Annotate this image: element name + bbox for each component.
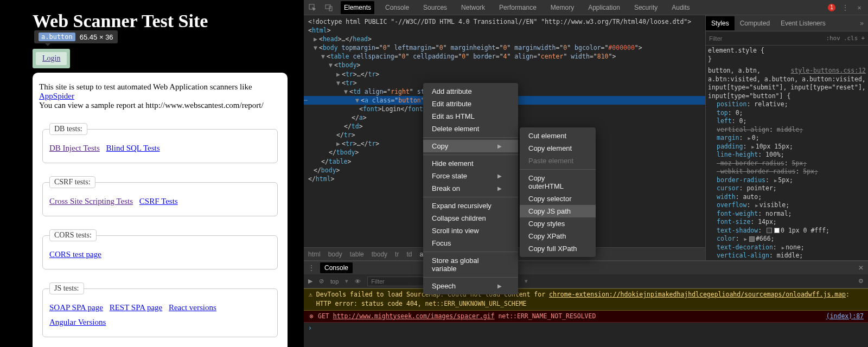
db-legend: DB tests: (49, 123, 87, 135)
console-settings-icon[interactable]: ⚙ (858, 278, 864, 285)
css-property[interactable]: cursor: pointer; (708, 184, 866, 193)
menu-item[interactable]: Copy element (520, 142, 596, 155)
context-submenu[interactable]: Cut elementCopy elementPaste elementCopy… (520, 127, 596, 257)
inline-rule: element.style { (708, 47, 764, 54)
xss-link[interactable]: Cross Site Scripting Tests (49, 197, 133, 205)
menu-item[interactable]: Copy full XPath (520, 242, 596, 255)
menu-item[interactable]: Copy outerHTML (520, 172, 596, 192)
csrf-link[interactable]: CSRF Tests (139, 197, 178, 205)
styles-tab-styles[interactable]: Styles (706, 16, 735, 30)
css-property[interactable]: overflow: ▶visible; (708, 201, 866, 210)
rule-source-link[interactable]: style-buttons.css:12 (791, 67, 866, 75)
css-property[interactable]: line-height: 100%; (708, 151, 866, 159)
css-property[interactable]: width: auto; (708, 193, 866, 202)
kebab-icon[interactable]: ⋮ (841, 3, 850, 12)
css-property[interactable]: padding: ▶10px 15px; (708, 143, 866, 151)
db-inject-link[interactable]: DB Inject Tests (49, 144, 100, 152)
tab-elements[interactable]: Elements (341, 1, 374, 14)
console-close-icon[interactable]: ✕ (858, 264, 864, 272)
error-source-link[interactable]: (index):87 (826, 312, 864, 321)
menu-item[interactable]: Scroll into view (423, 224, 518, 237)
menu-item[interactable]: Edit as HTML (423, 110, 518, 123)
devtools: Elements Console Sources Network Perform… (304, 0, 868, 347)
menu-item[interactable]: Edit attribute (423, 98, 518, 110)
react-link[interactable]: React versions (169, 303, 216, 312)
menu-item[interactable]: Store as global variable (423, 254, 518, 275)
blind-sql-link[interactable]: Blind SQL Tests (106, 144, 160, 152)
cors-tests-section: CORS tests: CORS test page (42, 229, 278, 269)
menu-item[interactable]: Add attribute (423, 85, 518, 98)
menu-item[interactable]: Focus (423, 237, 518, 249)
console-play-icon[interactable]: ▶ (308, 278, 312, 285)
tab-security[interactable]: Security (631, 1, 661, 14)
styles-tab-computed[interactable]: Computed (735, 16, 775, 30)
css-property[interactable]: text-shadow: 0 1px 0 #fff; (708, 227, 866, 235)
console-clear-icon[interactable]: ⊘ (319, 278, 324, 285)
css-property[interactable]: -moz-border-radius: 5px; (708, 159, 866, 168)
styles-tab-listeners[interactable]: Event Listeners (775, 16, 831, 30)
error-badge[interactable]: 1 (828, 4, 835, 11)
css-property[interactable]: left: 0; (708, 117, 866, 126)
new-rule-icon[interactable]: + (861, 35, 865, 42)
css-property[interactable]: vertical-align: middle; (708, 252, 866, 260)
menu-item[interactable]: Speech▶ (423, 280, 518, 292)
menu-item[interactable]: Break on▶ (423, 182, 518, 195)
intro-text: This site is setup to test automated Web… (39, 82, 252, 91)
angular-link[interactable]: Angular Versions (49, 318, 106, 326)
tab-application[interactable]: Application (585, 1, 623, 14)
menu-item[interactable]: Copy selector (520, 192, 596, 205)
styles-body[interactable]: element.style { } style-buttons.css:12bu… (706, 46, 868, 260)
styles-filter-input[interactable] (706, 35, 822, 42)
menu-item[interactable]: Copy XPath (520, 230, 596, 242)
css-property[interactable]: font-size: 14px; (708, 218, 866, 227)
tab-network[interactable]: Network (458, 1, 488, 14)
doctype: <!doctype html PUBLIC "-//W3C//DTD HTML … (308, 18, 691, 25)
css-property[interactable]: top: 0; (708, 109, 866, 118)
inspect-icon[interactable] (308, 3, 317, 12)
appspider-link[interactable]: AppSpider (39, 92, 74, 100)
failed-url-link[interactable]: http://www.mightyseek.com/images/spacer.… (333, 312, 495, 320)
menu-item[interactable]: Paste element (520, 155, 596, 167)
console-menu-icon[interactable]: ⋮ (308, 264, 315, 272)
css-property[interactable]: border-radius: ▶5px; (708, 176, 866, 185)
css-property[interactable]: position: relative; (708, 100, 866, 109)
menu-item[interactable]: Copy styles (520, 217, 596, 230)
console-eye-icon[interactable]: 👁 (355, 278, 361, 285)
css-property[interactable]: vertical-align: middle; (708, 126, 866, 134)
tab-performance[interactable]: Performance (496, 1, 540, 14)
console-tab[interactable]: Console (320, 262, 353, 273)
tab-memory[interactable]: Memory (547, 1, 577, 14)
menu-item[interactable]: Collapse children (423, 212, 518, 224)
console-output[interactable]: ⚠ DevTools failed to load SourceMap: Cou… (304, 288, 868, 347)
rendered-page: Web Scanner Test Site a.button 65.45 × 3… (0, 0, 304, 347)
menu-item[interactable]: Copy JS path (520, 205, 596, 217)
device-icon[interactable] (324, 3, 333, 12)
cors-page-link[interactable]: CORS test page (49, 250, 101, 259)
css-property[interactable]: margin: ▶0; (708, 134, 866, 143)
soap-link[interactable]: SOAP SPA page (49, 303, 103, 312)
hov-toggle[interactable]: :hov (826, 35, 840, 42)
close-icon[interactable]: ✕ (855, 3, 864, 12)
menu-item[interactable]: Hide element (423, 157, 518, 170)
console-context[interactable]: top (330, 278, 339, 285)
css-property[interactable]: -webkit-border-radius: 5px; (708, 168, 866, 176)
context-menu[interactable]: Add attributeEdit attributeEdit as HTMLD… (423, 83, 518, 294)
menu-item[interactable]: Expand recursively (423, 200, 518, 212)
sourcemap-link[interactable]: chrome-extension://hdokiejnpimakedhajhdl… (549, 291, 846, 298)
console-prompt[interactable]: › (304, 323, 868, 334)
tab-sources[interactable]: Sources (420, 1, 450, 14)
css-property[interactable]: font-weight: normal; (708, 210, 866, 219)
tab-audits[interactable]: Audits (668, 1, 693, 14)
menu-item[interactable]: Delete element (423, 123, 518, 135)
menu-item[interactable]: Force state▶ (423, 170, 518, 182)
rest-link[interactable]: REST SPA page (110, 303, 163, 312)
css-property[interactable]: color: ▶#666; (708, 235, 866, 243)
menu-item[interactable]: Copy▶ (423, 140, 518, 152)
tab-console[interactable]: Console (382, 1, 412, 14)
menu-item[interactable]: Cut element (520, 130, 596, 142)
devtools-toolbar: Elements Console Sources Network Perform… (304, 0, 868, 15)
styles-more-icon[interactable]: » (856, 20, 868, 27)
css-property[interactable]: text-decoration: ▶none; (708, 243, 866, 252)
login-button[interactable]: Login (36, 52, 67, 65)
cls-toggle[interactable]: .cls (844, 35, 858, 42)
